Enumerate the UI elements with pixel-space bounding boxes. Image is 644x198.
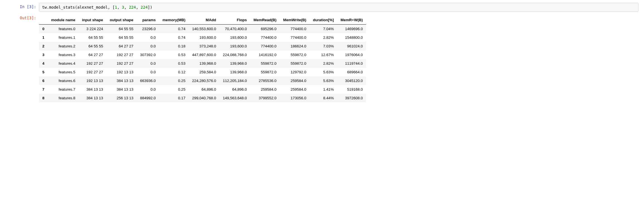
cell: 559872.0 bbox=[280, 50, 310, 59]
cell: 3972608.0 bbox=[337, 94, 366, 102]
code-token: 1 bbox=[115, 5, 117, 9]
code-token: , bbox=[124, 5, 129, 9]
cell: 1416192.0 bbox=[250, 50, 280, 59]
input-prompt: In [3]: bbox=[6, 3, 39, 9]
column-header: output shape bbox=[106, 16, 137, 25]
code-token: 224 bbox=[141, 5, 148, 9]
cell: 2.82% bbox=[310, 33, 337, 42]
cell: 139,968.0 bbox=[219, 68, 250, 76]
input-cell: In [3]: tw.model_stats(alexnet_model, [1… bbox=[6, 3, 638, 12]
code-token: , bbox=[117, 5, 122, 9]
cell: 193,600.0 bbox=[219, 42, 250, 50]
cell: 2785536.0 bbox=[250, 76, 280, 85]
cell: 193,600.0 bbox=[219, 33, 250, 42]
cell: 64 55 55 bbox=[106, 25, 137, 33]
cell: 1976064.0 bbox=[337, 50, 366, 59]
cell: 559872.0 bbox=[280, 59, 310, 68]
cell: 193,600.0 bbox=[189, 33, 219, 42]
cell: 8.44% bbox=[310, 94, 337, 102]
column-header: MAdd bbox=[189, 16, 219, 25]
cell: 5.63% bbox=[310, 68, 337, 76]
row-index: 2 bbox=[39, 42, 48, 50]
cell: 64 55 55 bbox=[79, 42, 107, 50]
table-row: 2features.264 55 5564 27 270.00.18373,24… bbox=[39, 42, 366, 50]
table-row: 4features.4192 27 27192 27 270.00.53139,… bbox=[39, 59, 366, 68]
cell: 384 13 13 bbox=[106, 76, 137, 85]
cell: 0.74 bbox=[159, 33, 189, 42]
cell: 373,248.0 bbox=[189, 42, 219, 50]
cell: 192 13 13 bbox=[79, 76, 107, 85]
cell: 192 27 27 bbox=[79, 68, 107, 76]
cell: 0.0 bbox=[137, 33, 159, 42]
code-token: tw.model_stats(alexnet_model, [ bbox=[42, 5, 115, 9]
row-index: 7 bbox=[39, 85, 48, 94]
cell: features.0 bbox=[48, 25, 79, 33]
cell: 3799552.0 bbox=[250, 94, 280, 102]
cell: features.1 bbox=[48, 33, 79, 42]
code-token: 224 bbox=[129, 5, 136, 9]
cell: 139,968.0 bbox=[189, 59, 219, 68]
cell: 774400.0 bbox=[250, 42, 280, 50]
cell: 3045120.0 bbox=[337, 76, 366, 85]
cell: 0.18 bbox=[159, 42, 189, 50]
cell: 0.0 bbox=[137, 42, 159, 50]
corner-cell bbox=[39, 16, 48, 25]
cell: 224,088,768.0 bbox=[219, 50, 250, 59]
cell: 0.0 bbox=[137, 68, 159, 76]
cell: 774400.0 bbox=[280, 33, 310, 42]
cell: 384 13 13 bbox=[79, 85, 107, 94]
cell: 519168.0 bbox=[337, 85, 366, 94]
cell: 384 13 13 bbox=[79, 94, 107, 102]
cell: 0.53 bbox=[159, 59, 189, 68]
row-index: 8 bbox=[39, 94, 48, 102]
cell: 0.74 bbox=[159, 25, 189, 33]
dataframe-table: module nameinput shapeoutput shapeparams… bbox=[39, 16, 366, 102]
cell: 307392.0 bbox=[137, 50, 159, 59]
cell: 1119744.0 bbox=[337, 59, 366, 68]
cell: 192 27 27 bbox=[79, 59, 107, 68]
cell: 64 55 55 bbox=[79, 33, 107, 42]
cell: features.8 bbox=[48, 94, 79, 102]
cell: 192 27 27 bbox=[106, 50, 137, 59]
table-row: 8features.8384 13 13256 13 13884992.00.1… bbox=[39, 94, 366, 102]
cell: features.6 bbox=[48, 76, 79, 85]
table-row: 6features.6192 13 13384 13 13663936.00.2… bbox=[39, 76, 366, 85]
cell: 64 55 55 bbox=[106, 33, 137, 42]
code-token: 3 bbox=[122, 5, 124, 9]
cell: 774400.0 bbox=[280, 25, 310, 33]
table-row: 1features.164 55 5564 55 550.00.74193,60… bbox=[39, 33, 366, 42]
table-row: 3features.364 27 27192 27 27307392.00.53… bbox=[39, 50, 366, 59]
row-index: 6 bbox=[39, 76, 48, 85]
cell: 961024.0 bbox=[337, 42, 366, 50]
code-token: ]) bbox=[148, 5, 152, 9]
cell: 559872.0 bbox=[250, 59, 280, 68]
cell: features.2 bbox=[48, 42, 79, 50]
cell: 663936.0 bbox=[137, 76, 159, 85]
column-header: memory(MB) bbox=[159, 16, 189, 25]
cell: 64,896.0 bbox=[189, 85, 219, 94]
cell: 0.25 bbox=[159, 76, 189, 85]
cell: 129792.0 bbox=[280, 68, 310, 76]
row-index: 5 bbox=[39, 68, 48, 76]
cell: 3 224 224 bbox=[79, 25, 107, 33]
cell: 559872.0 bbox=[250, 68, 280, 76]
cell: features.7 bbox=[48, 85, 79, 94]
cell: 0.0 bbox=[137, 85, 159, 94]
cell: 774400.0 bbox=[250, 33, 280, 42]
cell: 140,553,600.0 bbox=[189, 25, 219, 33]
output-cell: Out[3]: module nameinput shapeoutput sha… bbox=[6, 14, 638, 102]
cell: 70,470,400.0 bbox=[219, 25, 250, 33]
table-body: 0features.03 224 22464 55 5523296.00.741… bbox=[39, 25, 366, 103]
column-header: duration[%] bbox=[310, 16, 337, 25]
column-header: module name bbox=[48, 16, 79, 25]
cell: 139,968.0 bbox=[219, 59, 250, 68]
code-input-area[interactable]: tw.model_stats(alexnet_model, [1, 3, 224… bbox=[39, 3, 638, 12]
cell: 173056.0 bbox=[280, 94, 310, 102]
cell: 192 27 27 bbox=[106, 59, 137, 68]
cell: 23296.0 bbox=[137, 25, 159, 33]
column-header: MemRead(B) bbox=[250, 16, 280, 25]
cell: 0.53 bbox=[159, 50, 189, 59]
column-header: input shape bbox=[79, 16, 107, 25]
cell: 1.41% bbox=[310, 85, 337, 94]
cell: 0.12 bbox=[159, 68, 189, 76]
